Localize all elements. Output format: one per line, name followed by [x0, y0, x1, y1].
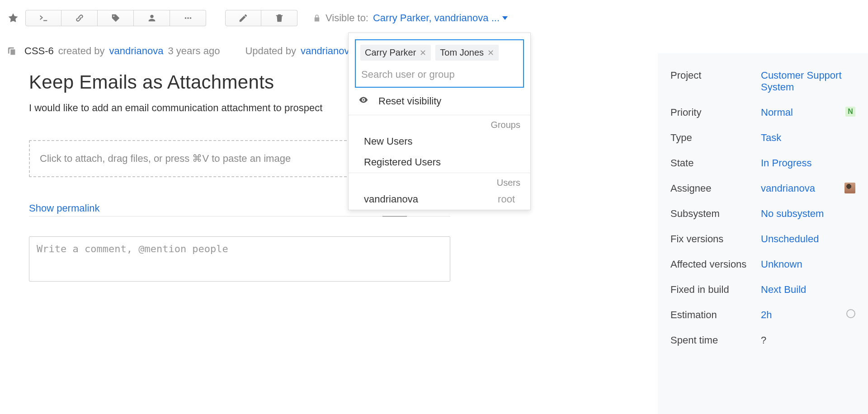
- side-row: Spent time?: [670, 334, 855, 346]
- side-row: Fixed in buildNext Build: [670, 284, 855, 296]
- users-header: Users: [349, 173, 530, 189]
- radio-icon[interactable]: [846, 309, 855, 318]
- side-row-label: Affected versions: [670, 259, 761, 270]
- tag-button[interactable]: [98, 10, 134, 26]
- side-row-label: Fix versions: [670, 233, 761, 245]
- visibility-tag: Carry Parker ✕: [360, 45, 431, 61]
- side-row: PriorityNormalN: [670, 107, 855, 118]
- more-button[interactable]: [170, 10, 206, 26]
- svg-point-1: [187, 17, 189, 19]
- side-row-label: State: [670, 157, 761, 169]
- created-when: 3 years ago: [168, 45, 220, 57]
- page: Visible to: Carry Parker, vandrianova ..…: [0, 0, 868, 414]
- side-row-value[interactable]: Normal: [761, 107, 845, 118]
- side-row-value[interactable]: Customer Support System: [761, 70, 855, 93]
- avatar: [844, 183, 855, 193]
- toolbar: Visible to: Carry Parker, vandrianova ..…: [0, 0, 868, 26]
- star-icon[interactable]: [7, 12, 19, 24]
- visibility-option-label: New Users: [364, 136, 413, 147]
- side-row-label: Assignee: [670, 183, 761, 194]
- created-by-user[interactable]: vandrianova: [109, 45, 164, 57]
- side-row-label: Fixed in build: [670, 284, 761, 296]
- copy-id-button[interactable]: [7, 46, 17, 56]
- side-row: StateIn Progress: [670, 157, 855, 169]
- visibility-row: Visible to: Carry Parker, vandrianova ..…: [313, 12, 508, 24]
- side-row-value: ?: [761, 334, 855, 346]
- comment-input[interactable]: [29, 236, 450, 282]
- side-row-label: Type: [670, 132, 761, 144]
- side-row-label: Project: [670, 70, 761, 81]
- chevron-down-icon: [502, 16, 508, 20]
- visibility-label: Visible to:: [326, 12, 368, 24]
- section-divider: [29, 216, 450, 216]
- visibility-option[interactable]: New Users: [349, 131, 530, 152]
- side-row-value[interactable]: vandrianova: [761, 183, 844, 194]
- visibility-value[interactable]: Carry Parker, vandrianova ...: [373, 12, 508, 24]
- issue-id: CSS-6: [24, 45, 54, 57]
- visibility-search-box[interactable]: Carry Parker ✕ Tom Jones ✕: [355, 39, 524, 88]
- visibility-tag: Tom Jones ✕: [435, 45, 499, 61]
- side-row-label: Priority: [670, 107, 761, 118]
- side-row-value[interactable]: Task: [761, 132, 855, 144]
- side-row-value[interactable]: Unknown: [761, 259, 855, 270]
- lock-icon: [313, 14, 321, 22]
- delete-button[interactable]: [261, 10, 297, 26]
- visibility-tag-label: Tom Jones: [440, 47, 484, 58]
- visibility-value-text: Carry Parker, vandrianova ...: [373, 12, 500, 24]
- remove-tag-icon[interactable]: ✕: [487, 48, 494, 58]
- toolbar-group-edit: [225, 10, 297, 26]
- svg-point-0: [184, 17, 186, 19]
- reset-visibility-label: Reset visibility: [378, 95, 441, 107]
- terminal-button[interactable]: [25, 10, 61, 26]
- side-row: Assigneevandrianova: [670, 183, 855, 194]
- side-row: Estimation2h: [670, 309, 855, 321]
- side-row-value[interactable]: 2h: [761, 309, 846, 321]
- side-row: Fix versionsUnscheduled: [670, 233, 855, 245]
- side-row: SubsystemNo subsystem: [670, 208, 855, 220]
- side-row-value[interactable]: Next Build: [761, 284, 855, 296]
- visibility-option-label: vandrianova: [364, 193, 418, 205]
- created-by-label: created by: [58, 45, 105, 57]
- visibility-tag-label: Carry Parker: [365, 47, 416, 58]
- groups-header: Groups: [349, 115, 530, 131]
- user-button[interactable]: [134, 10, 170, 26]
- updated-by-label: Updated by: [245, 45, 296, 57]
- side-row-label: Spent time: [670, 334, 761, 346]
- link-button[interactable]: [61, 10, 98, 26]
- svg-point-2: [189, 17, 191, 19]
- side-row-value[interactable]: In Progress: [761, 157, 855, 169]
- visibility-option-label: Registered Users: [364, 156, 441, 168]
- visibility-option[interactable]: Registered Users: [349, 152, 530, 173]
- visibility-option[interactable]: vandrianova root: [349, 189, 530, 210]
- side-row: Affected versionsUnknown: [670, 259, 855, 270]
- side-row-label: Subsystem: [670, 208, 761, 220]
- remove-tag-icon[interactable]: ✕: [420, 48, 426, 58]
- side-row-value[interactable]: Unscheduled: [761, 233, 855, 245]
- updated-by-user[interactable]: vandrianova: [301, 45, 355, 57]
- edit-button[interactable]: [225, 10, 261, 26]
- side-row: TypeTask: [670, 132, 855, 144]
- visibility-search-input[interactable]: [360, 67, 519, 82]
- side-row-value[interactable]: No subsystem: [761, 208, 855, 220]
- side-row-label: Estimation: [670, 309, 761, 321]
- side-row: ProjectCustomer Support System: [670, 70, 855, 93]
- priority-badge: N: [845, 107, 855, 117]
- visibility-option-hint: root: [498, 193, 515, 205]
- reset-visibility-item[interactable]: Reset visibility: [349, 88, 530, 115]
- visibility-popover: Carry Parker ✕ Tom Jones ✕ Reset visibil…: [348, 33, 531, 210]
- eye-icon: [359, 95, 368, 108]
- attachment-hint: Click to attach, drag files, or press ⌘V…: [40, 153, 291, 164]
- toolbar-group-main: [25, 10, 206, 26]
- show-permalink-link[interactable]: Show permalink: [29, 202, 100, 214]
- side-panel: ProjectCustomer Support SystemPriorityNo…: [658, 53, 868, 414]
